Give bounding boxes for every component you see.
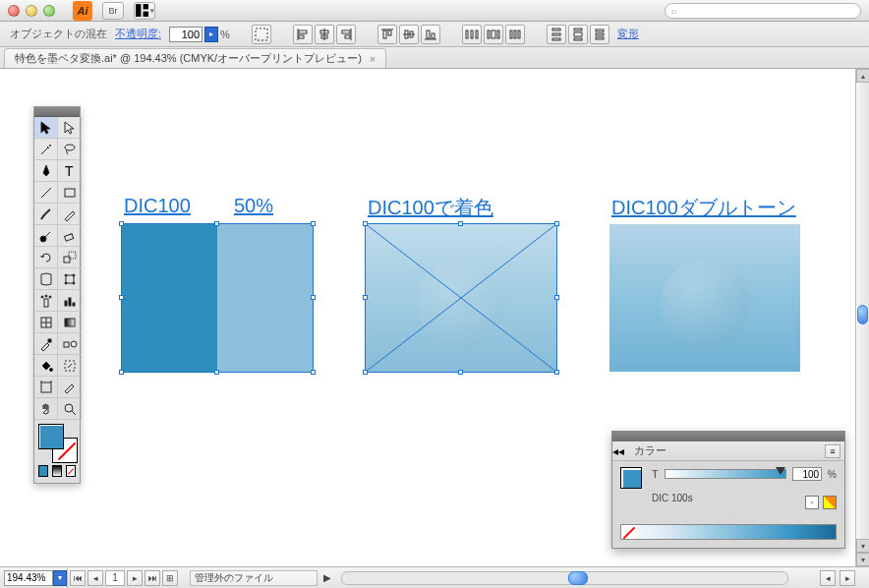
- fill-swatch[interactable]: [38, 424, 64, 449]
- scroll-up-button[interactable]: ▴: [856, 69, 869, 83]
- color-panel[interactable]: ◂◂ カラー ≡ T % DIC 100s ◦: [611, 431, 845, 549]
- align-vcenter-button[interactable]: [399, 25, 419, 44]
- color-mode-color[interactable]: [38, 465, 48, 477]
- vertical-scrollbar[interactable]: ▴ ▾ ▾: [855, 69, 869, 566]
- type-tool[interactable]: T: [58, 160, 82, 182]
- align-left-button[interactable]: [293, 25, 313, 44]
- minimize-window-button[interactable]: [26, 5, 37, 17]
- opacity-dropdown-button[interactable]: ▸: [204, 27, 218, 42]
- rotate-tool[interactable]: [34, 247, 58, 268]
- close-window-button[interactable]: [8, 5, 20, 17]
- artboard-tool[interactable]: [34, 377, 58, 398]
- symbol-sprayer-tool[interactable]: [34, 290, 58, 312]
- panel-menu-button[interactable]: ≡: [825, 444, 840, 458]
- line-tool[interactable]: [34, 182, 58, 204]
- art-label-4[interactable]: DIC100ダブルトーン: [611, 195, 796, 221]
- panel-grip[interactable]: [612, 432, 844, 441]
- artboard-number[interactable]: 1: [105, 570, 125, 586]
- eraser-tool[interactable]: [58, 225, 82, 247]
- document-tab[interactable]: 特色を墨ベタ変換.ai* @ 194.43% (CMYK/オーバープリントプレビ…: [4, 48, 386, 68]
- svg-point-51: [65, 274, 67, 276]
- last-artboard-button[interactable]: ⏭: [145, 570, 160, 586]
- distribute-h1-button[interactable]: [462, 25, 482, 44]
- lasso-tool[interactable]: [58, 139, 82, 160]
- bridge-button[interactable]: Br: [102, 2, 124, 20]
- status-arrow-icon[interactable]: ▶: [323, 572, 331, 583]
- blend-tool[interactable]: [58, 333, 82, 355]
- distribute-v1-button[interactable]: [547, 25, 566, 44]
- live-paint-select-tool[interactable]: [58, 355, 82, 377]
- opacity-input[interactable]: [169, 27, 203, 42]
- panel-color-swatch[interactable]: [620, 467, 642, 489]
- align-hcenter-button[interactable]: [315, 25, 334, 44]
- status-text[interactable]: 管理外のファイル: [190, 570, 318, 586]
- zoom-dropdown-button[interactable]: ▾: [53, 570, 67, 586]
- distribute-v2-button[interactable]: [568, 25, 588, 44]
- free-transform-tool[interactable]: [58, 268, 82, 290]
- search-field[interactable]: ⌕: [665, 3, 861, 19]
- tint-slider[interactable]: [665, 469, 786, 479]
- prev-artboard-button[interactable]: ◂: [87, 570, 103, 586]
- transform-link[interactable]: 変形: [617, 27, 639, 41]
- mesh-tool[interactable]: [34, 312, 58, 333]
- next-artboard-button[interactable]: ▸: [127, 570, 143, 586]
- hscroll-right-button[interactable]: ▸: [840, 570, 855, 586]
- align-right-button[interactable]: [336, 25, 356, 44]
- vertical-scroll-thumb[interactable]: [857, 305, 868, 324]
- fill-stroke-control[interactable]: [34, 420, 80, 461]
- graph-tool[interactable]: [58, 290, 82, 312]
- scroll-down-button[interactable]: ▾: [856, 539, 869, 553]
- gradient-tool[interactable]: [58, 312, 82, 333]
- none-swatch[interactable]: [621, 525, 637, 539]
- mask-button[interactable]: [252, 25, 271, 44]
- tint-input[interactable]: [792, 467, 822, 481]
- opacity-label[interactable]: 不透明度:: [115, 27, 161, 41]
- art-label-2[interactable]: 50%: [234, 195, 273, 217]
- tools-panel[interactable]: T: [33, 106, 81, 484]
- selection-tool[interactable]: [34, 117, 58, 139]
- scroll-down-button2[interactable]: ▾: [856, 553, 869, 566]
- panel-collapse-icon[interactable]: ◂◂: [612, 444, 624, 458]
- arrange-documents-button[interactable]: ▾: [134, 2, 155, 20]
- rect-dic100-duotone[interactable]: [609, 224, 800, 372]
- distribute-h2-button[interactable]: [484, 25, 503, 44]
- zoom-input[interactable]: [4, 570, 53, 586]
- align-bottom-button[interactable]: [421, 25, 440, 44]
- distribute-h3-button[interactable]: [505, 25, 525, 44]
- rect-dic100-colorize[interactable]: [366, 224, 556, 372]
- pen-tool[interactable]: [34, 160, 58, 182]
- scale-tool[interactable]: [58, 247, 82, 268]
- pencil-tool[interactable]: [58, 204, 82, 225]
- warp-tool[interactable]: [34, 268, 58, 290]
- artboard-nav-extra[interactable]: ⊞: [162, 570, 178, 586]
- zoom-tool[interactable]: [58, 398, 82, 420]
- panel-grip[interactable]: [34, 107, 80, 117]
- align-top-button[interactable]: [377, 25, 397, 44]
- blob-brush-tool[interactable]: [34, 225, 58, 247]
- hscroll-left-button[interactable]: ◂: [820, 570, 836, 586]
- slice-tool[interactable]: [58, 377, 82, 398]
- svg-rect-50: [66, 275, 74, 283]
- first-artboard-button[interactable]: ⏮: [70, 570, 86, 586]
- tint-ramp[interactable]: [620, 524, 837, 540]
- zoom-window-button[interactable]: [43, 5, 55, 17]
- rectangle-tool[interactable]: [58, 182, 82, 204]
- horizontal-scroll-thumb[interactable]: [568, 571, 588, 585]
- direct-selection-tool[interactable]: [58, 117, 82, 139]
- eyedropper-tool[interactable]: [34, 333, 58, 355]
- out-of-gamut-icon[interactable]: [823, 496, 837, 509]
- hand-tool[interactable]: [34, 398, 58, 420]
- panel-tab-color[interactable]: カラー: [624, 441, 676, 460]
- art-label-3[interactable]: DIC100で着色: [368, 195, 493, 221]
- document-tab-close-button[interactable]: ×: [370, 53, 376, 65]
- svg-point-57: [45, 295, 47, 297]
- horizontal-scrollbar[interactable]: [341, 571, 788, 585]
- color-mode-none[interactable]: [66, 465, 76, 477]
- distribute-v3-button[interactable]: [590, 25, 609, 44]
- paintbrush-tool[interactable]: [34, 204, 58, 225]
- live-paint-tool[interactable]: [34, 355, 58, 377]
- color-mode-gradient[interactable]: [52, 465, 62, 477]
- magic-wand-tool[interactable]: [34, 139, 58, 160]
- rect-dic100[interactable]: [122, 224, 313, 372]
- art-label-1[interactable]: DIC100: [124, 195, 191, 217]
